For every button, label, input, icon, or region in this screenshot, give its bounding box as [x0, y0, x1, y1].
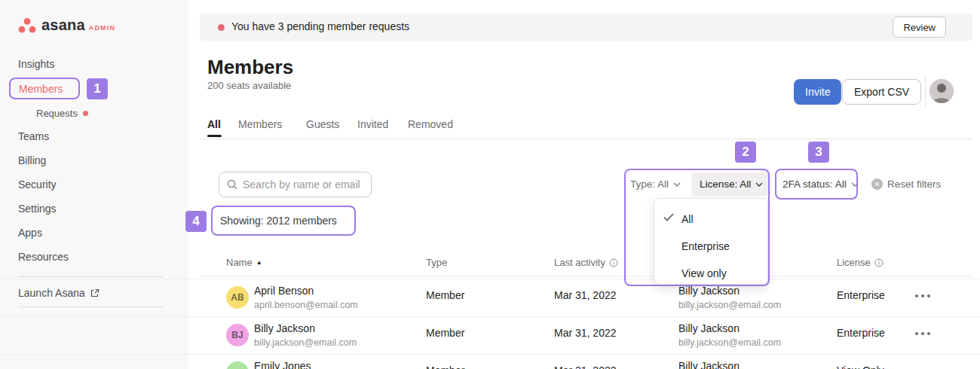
showing-count-label: Showing: 2012 members — [220, 215, 337, 227]
sidebar-item-apps[interactable]: Apps — [18, 227, 42, 239]
invite-button[interactable]: Invite — [794, 79, 841, 105]
column-header-type: Type — [426, 257, 447, 268]
member-name: Billy Jackson — [254, 322, 315, 334]
table-row[interactable]: BJ Billy Jackson billy.jackson@email.com… — [0, 316, 980, 354]
reset-filters-label: Reset filters — [887, 178, 941, 190]
member-type: Member — [426, 289, 464, 301]
seats-available-text: 200 seats available — [207, 80, 291, 91]
asana-admin-screen: asana ADMIN Insights Members Requests Te… — [0, 0, 980, 369]
tab-members[interactable]: Members — [238, 118, 282, 130]
asana-dots-icon — [18, 17, 36, 34]
user-avatar[interactable] — [929, 79, 954, 103]
user-avatar-image — [929, 79, 954, 103]
page-title: Members — [207, 56, 293, 79]
sidebar-item-requests-label: Requests — [36, 108, 78, 119]
tab-removed[interactable]: Removed — [408, 118, 453, 130]
active-tab-underline — [207, 135, 222, 137]
license-filter-dropdown[interactable]: License: All — [691, 172, 771, 196]
license-option-label: All — [681, 213, 694, 225]
member-type: Member — [426, 364, 464, 369]
annotation-badge-1: 1 — [87, 78, 108, 99]
member-type: Member — [426, 327, 464, 339]
chevron-down-icon — [851, 182, 859, 187]
license-filter-label: License: All — [700, 178, 751, 190]
table-header-divider — [200, 276, 972, 276]
requests-notification-dot — [83, 111, 88, 116]
info-icon[interactable] — [609, 258, 618, 267]
member-license: View Only — [837, 364, 884, 369]
license-option-label: View only — [681, 267, 727, 279]
member-last-activity: Mar 31, 2022 — [554, 289, 617, 301]
member-last-activity: Mar 31, 2022 — [554, 327, 617, 339]
sidebar-item-billing[interactable]: Billing — [18, 154, 46, 166]
banner-message: You have 3 pending member requests — [231, 20, 409, 32]
member-license: Enterprise — [837, 289, 885, 301]
license-dropdown-menu: All Enterprise View only — [654, 198, 768, 285]
search-icon — [227, 179, 237, 190]
pending-requests-banner: You have 3 pending member requests Revie… — [200, 14, 972, 41]
invited-by-name: Billy Jackson — [678, 360, 740, 369]
column-header-last-activity-label: Last activity — [554, 257, 605, 268]
brand-name: asana — [41, 17, 85, 34]
checkmark-icon — [663, 213, 674, 221]
member-license: Enterprise — [837, 327, 885, 339]
license-option-view-only[interactable]: View only — [654, 260, 767, 287]
tabs-divider — [200, 139, 972, 139]
banner-alert-dot — [218, 24, 225, 31]
row-options-button[interactable] — [915, 332, 930, 335]
annotation-badge-4: 4 — [185, 211, 207, 232]
type-filter-label: Type: All — [630, 178, 669, 190]
reset-filters-button[interactable]: ✕ Reset filters — [871, 178, 941, 190]
sidebar-item-members[interactable]: Members — [9, 78, 80, 99]
row-options-button[interactable] — [915, 294, 930, 297]
member-avatar: EJ — [226, 361, 249, 369]
sidebar-item-resources[interactable]: Resources — [18, 251, 69, 263]
type-filter-dropdown[interactable]: Type: All — [630, 178, 681, 190]
review-button[interactable]: Review — [893, 17, 946, 38]
tab-all[interactable]: All — [207, 118, 221, 130]
license-option-label: Enterprise — [681, 240, 730, 252]
twofa-filter-dropdown[interactable]: 2FA status: All — [782, 178, 859, 190]
sidebar-item-requests[interactable]: Requests — [36, 108, 88, 119]
brand-suffix: ADMIN — [89, 24, 116, 32]
member-email: april.benson@email.com — [254, 300, 358, 310]
license-option-enterprise[interactable]: Enterprise — [654, 233, 767, 260]
column-header-name-label: Name — [226, 257, 253, 268]
invited-by-email: billy.jackson@email.com — [678, 337, 781, 348]
export-csv-button[interactable]: Export CSV — [842, 79, 921, 105]
member-email: billy.jackson@email.com — [254, 337, 357, 348]
sidebar-item-settings[interactable]: Settings — [18, 203, 57, 215]
sidebar-divider — [18, 276, 163, 277]
annotation-badge-2: 2 — [735, 142, 756, 163]
table-row[interactable]: EJ Emily Jones Member Mar 31, 2022 Billy… — [0, 354, 980, 369]
info-icon[interactable] — [874, 258, 884, 267]
header-divider — [925, 77, 926, 107]
search-input[interactable] — [243, 178, 363, 191]
annotation-badge-3: 3 — [808, 142, 829, 163]
showing-count: Showing: 2012 members — [211, 206, 356, 236]
member-avatar: AB — [226, 286, 249, 309]
twofa-filter-label: 2FA status: All — [782, 178, 847, 190]
sidebar-item-security[interactable]: Security — [18, 178, 57, 191]
column-header-name[interactable]: Name ▲ — [226, 257, 262, 268]
member-last-activity: Mar 31, 2022 — [554, 364, 617, 369]
sort-ascending-icon: ▲ — [256, 259, 262, 266]
column-header-license-label: License — [837, 257, 871, 268]
chevron-down-icon — [673, 182, 681, 187]
invited-by-email: billy.jackson@email.com — [678, 300, 781, 310]
member-avatar: BJ — [226, 324, 249, 346]
asana-logo[interactable]: asana ADMIN — [18, 17, 115, 34]
chevron-down-icon — [755, 182, 763, 187]
column-header-license: License — [837, 257, 884, 268]
sidebar-item-insights[interactable]: Insights — [18, 58, 54, 70]
member-name: Emily Jones — [254, 360, 311, 369]
license-option-all[interactable]: All — [654, 206, 767, 233]
invited-by-name: Billy Jackson — [678, 322, 740, 334]
sidebar-item-teams[interactable]: Teams — [18, 130, 49, 142]
column-header-last-activity: Last activity — [554, 257, 618, 268]
member-name: April Benson — [254, 285, 314, 297]
tab-guests[interactable]: Guests — [306, 118, 339, 130]
table-row[interactable]: AB April Benson april.benson@email.com M… — [0, 279, 980, 316]
tab-invited[interactable]: Invited — [357, 118, 388, 130]
sidebar-item-members-label: Members — [19, 83, 63, 95]
